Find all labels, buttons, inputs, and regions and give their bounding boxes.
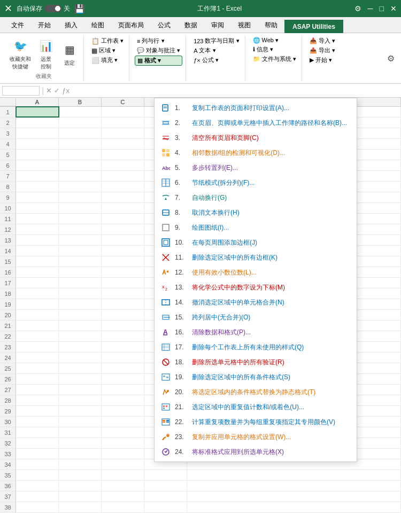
grid-cell[interactable] [102,203,144,213]
menu-item-11[interactable]: 11.删除选定区域中的所有边框(K) [155,250,357,265]
grid-cell[interactable] [59,150,102,160]
select-button[interactable]: ▦ 选定 [59,40,80,68]
text-btn[interactable]: A 文本 ▾ [191,46,241,55]
grid-cell[interactable] [59,118,102,128]
tab-review[interactable]: 审阅 [204,18,231,33]
menu-item-6[interactable]: 6.节纸模式(拆分列)(F)... [155,175,357,190]
grid-cell[interactable] [16,481,59,491]
cancel-formula-icon[interactable]: ✕ [46,87,52,95]
col-header-a[interactable]: A [16,98,59,106]
grid-cell[interactable] [59,171,102,181]
grid-cell[interactable] [59,491,102,502]
grid-cell[interactable] [59,310,102,320]
grid-cell[interactable] [59,128,102,138]
grid-cell[interactable] [16,385,59,395]
grid-cell[interactable] [102,107,144,117]
menu-item-24[interactable]: 24.将标准格式应用到所选单元格(X) [155,444,357,459]
grid-cell[interactable] [16,171,59,181]
grid-cell[interactable] [102,139,144,149]
grid-cell[interactable] [59,235,102,245]
format-btn[interactable]: ▦ 格式 ▾ [135,56,182,66]
grid-cell[interactable] [16,107,59,117]
grid-cell[interactable] [59,427,102,437]
grid-cell[interactable] [102,192,144,202]
menu-item-20[interactable]: 20.将选定区域内的条件格式替换为静态格式(T) [155,385,357,400]
grid-cell[interactable] [102,470,144,480]
grid-cell[interactable] [16,267,59,277]
grid-cell[interactable] [59,449,102,459]
grid-cell[interactable] [102,491,144,502]
grid-cell[interactable] [102,246,144,256]
menu-item-5[interactable]: Abc5.多步转置列(E)... [155,160,357,175]
grid-cell[interactable] [16,203,59,213]
grid-cell[interactable] [59,267,102,277]
grid-cell[interactable] [16,246,59,256]
menu-item-8[interactable]: 8.取消文本换行(H) [155,205,357,220]
grid-cell[interactable] [102,363,144,373]
grid-cell[interactable] [102,288,144,299]
grid-cell[interactable] [144,502,187,512]
grid-cell[interactable] [16,470,59,480]
menu-item-3[interactable]: 3.清空所有页眉和页脚(C) [155,130,357,145]
grid-cell[interactable] [102,406,144,416]
grid-cell[interactable] [16,427,59,437]
grid-cell[interactable] [59,470,102,480]
grid-cell[interactable] [187,470,401,480]
menu-item-15[interactable]: ═══15.跨列居中(无合并)(O) [155,310,357,325]
export-btn[interactable]: 📤 导出 ▾ [307,46,338,55]
confirm-formula-icon[interactable]: ✓ [54,87,60,95]
insert-function-icon[interactable]: ƒx [62,87,70,95]
grid-cell[interactable] [59,385,102,395]
menu-item-17[interactable]: 17.删除每个工作表上所有未使用的样式(Q) [155,340,357,355]
grid-cell[interactable] [16,449,59,459]
grid-cell[interactable] [16,374,59,384]
range-btn[interactable]: ▦ 区域 ▾ [89,46,126,55]
grid-cell[interactable] [59,224,102,234]
grid-cell[interactable] [102,310,144,320]
tab-data[interactable]: 数据 [178,18,204,33]
grid-cell[interactable] [187,481,401,491]
grid-cell[interactable] [102,128,144,138]
grid-cell[interactable] [16,192,59,202]
grid-cell[interactable] [102,150,144,160]
grid-cell[interactable] [59,438,102,448]
grid-cell[interactable] [16,288,59,299]
grid-cell[interactable] [102,320,144,331]
grid-cell[interactable] [102,256,144,267]
tab-formula[interactable]: 公式 [151,18,178,33]
grid-cell[interactable] [59,363,102,373]
grid-cell[interactable] [16,417,59,427]
grid-cell[interactable] [16,139,59,149]
col-row-btn[interactable]: ≡ 列与行 ▾ [135,36,182,45]
grid-cell[interactable] [102,171,144,181]
grid-cell[interactable] [59,417,102,427]
grid-cell[interactable] [59,353,102,363]
formula-input[interactable] [72,88,399,94]
grid-cell[interactable] [16,406,59,416]
file-system-btn[interactable]: 📁 文件与系统 ▾ [251,54,298,64]
grid-cell[interactable] [102,502,144,512]
grid-cell[interactable] [102,459,144,470]
grid-cell[interactable] [16,299,59,309]
grid-cell[interactable] [144,491,187,502]
grid-cell[interactable] [102,278,144,288]
menu-item-22[interactable]: 22.计算重复项数量并为每组重复项指定其专用颜色(V) [155,414,357,429]
grid-cell[interactable] [102,160,144,170]
menu-item-9[interactable]: 9.绘图图纸(I)... [155,220,357,235]
tab-draw[interactable]: 绘图 [84,18,111,33]
grid-cell[interactable] [102,224,144,234]
grid-cell[interactable] [59,342,102,352]
grid-cell[interactable] [59,459,102,470]
grid-cell[interactable] [59,502,102,512]
grid-cell[interactable] [16,128,59,138]
grid-cell[interactable] [59,107,102,117]
tab-file[interactable]: 文件 [4,18,31,33]
grid-cell[interactable] [102,299,144,309]
grid-cell[interactable] [16,395,59,405]
grid-cell[interactable] [59,288,102,299]
grid-cell[interactable] [102,353,144,363]
grid-cell[interactable] [102,449,144,459]
grid-cell[interactable] [102,417,144,427]
grid-cell[interactable] [16,235,59,245]
menu-item-23[interactable]: 23.复制并应用单元格的格式设置(W)... [155,429,357,444]
